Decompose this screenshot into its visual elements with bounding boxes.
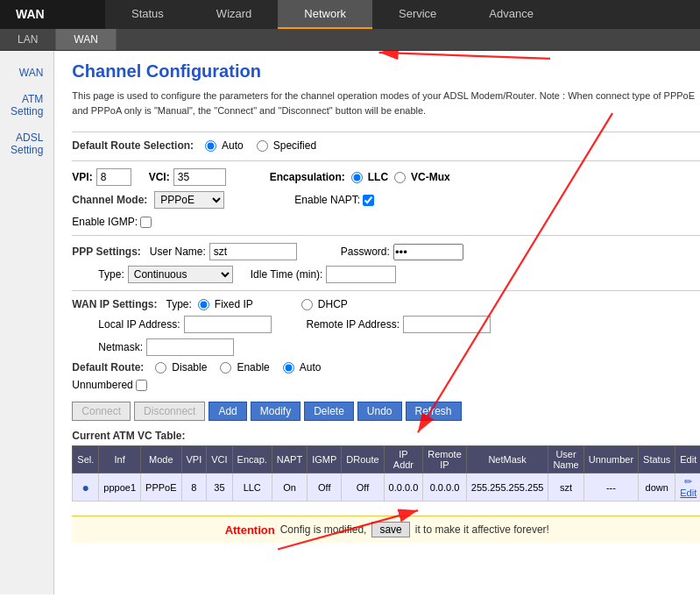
- vci-label: VCI:: [149, 171, 170, 183]
- encap-vcmux-radio[interactable]: [394, 172, 406, 183]
- delete-button[interactable]: Delete: [304, 402, 354, 421]
- ppp-settings-row: PPP Settings: User Name: Password:: [72, 243, 700, 260]
- nav-wizard[interactable]: Wizard: [190, 0, 278, 29]
- local-ip-input[interactable]: [184, 316, 272, 333]
- dr2-enable-text: Enable: [237, 361, 269, 374]
- wan-dhcp-label[interactable]: DHCP: [299, 298, 348, 310]
- ppp-type-label: Type:: [98, 268, 124, 281]
- row-username: szt: [548, 473, 583, 502]
- table-header-row: Sel. Inf Mode VPI VCI Encap. NAPT IGMP D…: [73, 446, 700, 473]
- default-route-label: Default Route Selection:: [72, 139, 194, 152]
- enable-napt-label: Enable NAPT:: [294, 194, 360, 206]
- default-route-auto-label[interactable]: Auto: [202, 139, 244, 152]
- encapsulation-label: Encapsulation:: [270, 171, 345, 183]
- th-remoteip: Remote IP: [423, 446, 467, 473]
- dr2-disable-radio[interactable]: [155, 362, 166, 374]
- netmask-label: Netmask:: [98, 341, 143, 353]
- idle-time-input[interactable]: [326, 266, 396, 283]
- th-status: Status: [639, 446, 675, 473]
- encap-vcmux-label[interactable]: VC-Mux: [392, 171, 450, 183]
- modify-button[interactable]: Modify: [251, 402, 301, 421]
- vpi-field: VPI: 8: [72, 168, 131, 186]
- table-section: Current ATM VC Table: Sel. Inf Mode VPI …: [72, 430, 700, 502]
- default-route-row: Default Route Selection: Auto Specified: [72, 139, 700, 152]
- encap-llc-radio[interactable]: [351, 172, 363, 183]
- encap-llc-label[interactable]: LLC: [349, 171, 388, 183]
- th-vci: VCI: [207, 446, 232, 473]
- vpi-label: VPI:: [72, 171, 92, 183]
- attention-bar: Attention Config is modified, save it to…: [72, 516, 700, 543]
- ppp-type-row: Type: Continuous Connect on Demand Manua…: [72, 266, 700, 283]
- nav-items: Status Wizard Network Service Advance: [105, 0, 700, 29]
- sub-lan[interactable]: LAN: [0, 29, 56, 50]
- dr2-enable-radio[interactable]: [220, 362, 231, 374]
- nav-network[interactable]: Network: [278, 0, 372, 29]
- encap-llc-text: LLC: [368, 171, 388, 183]
- vci-field: VCI: 35: [149, 168, 226, 186]
- vci-input[interactable]: 35: [173, 168, 226, 186]
- password-label: Password:: [341, 246, 390, 258]
- nav-status[interactable]: Status: [105, 0, 190, 29]
- divider-1: [72, 132, 700, 132]
- add-button[interactable]: Add: [209, 402, 246, 421]
- th-encap: Encap.: [232, 446, 272, 473]
- username-input[interactable]: [209, 243, 297, 260]
- ppp-type-select[interactable]: Continuous Connect on Demand Manual: [128, 266, 233, 283]
- sub-wan[interactable]: WAN: [56, 29, 117, 50]
- th-mode: Mode: [141, 446, 181, 473]
- unnumbered-checkbox[interactable]: [136, 380, 147, 391]
- nav-service[interactable]: Service: [372, 0, 463, 29]
- nav-advance[interactable]: Advance: [463, 0, 560, 29]
- sidebar-wan[interactable]: WAN: [0, 60, 53, 86]
- th-inf: Inf: [99, 446, 141, 473]
- connect-button[interactable]: Connect: [72, 402, 131, 421]
- channel-mode-select[interactable]: PPPoE PPPoA IPoE IPoA Bridge: [154, 191, 224, 209]
- ppp-settings-label: PPP Settings:: [72, 246, 140, 258]
- username-label: User Name:: [150, 246, 206, 258]
- sidebar-adsl[interactable]: ADSL Setting: [0, 125, 53, 163]
- enable-igmp-checkbox[interactable]: [140, 217, 152, 228]
- password-input[interactable]: [393, 244, 463, 260]
- row-vpi: 8: [181, 473, 207, 502]
- dr2-auto-radio[interactable]: [283, 362, 294, 374]
- wan-netmask-row: Netmask:: [72, 338, 700, 356]
- row-edit[interactable]: ✏ Edit: [675, 473, 700, 502]
- channel-mode-row: Channel Mode: PPPoE PPPoA IPoE IPoA Brid…: [72, 191, 700, 209]
- th-netmask: NetMask: [466, 446, 548, 473]
- row-ipaddr: 0.0.0.0: [384, 473, 423, 502]
- vpi-input[interactable]: 8: [96, 168, 131, 186]
- remote-ip-input[interactable]: [403, 316, 491, 333]
- default-route2-row: Default Route: Disable Enable Auto: [72, 361, 700, 374]
- brand-label: WAN: [0, 0, 105, 29]
- divider-4: [72, 290, 700, 291]
- refresh-button[interactable]: Refresh: [406, 402, 462, 421]
- enable-napt-checkbox[interactable]: [363, 195, 374, 206]
- wan-fixed-ip-label[interactable]: Fixed IP: [195, 298, 253, 310]
- table-row[interactable]: ● pppoe1 PPPoE 8 35 LLC On Off Off 0.0.0…: [73, 473, 700, 502]
- vpi-row: VPI: 8 VCI: 35 Encapsulation: LLC VC-Mux: [72, 168, 700, 186]
- button-row: Connect Disconnect Add Modify Delete Und…: [72, 402, 700, 421]
- dr2-disable-label[interactable]: Disable: [152, 361, 207, 374]
- netmask-input[interactable]: [146, 338, 234, 356]
- dr2-enable-label[interactable]: Enable: [217, 361, 269, 374]
- wan-fixed-ip-radio[interactable]: [198, 299, 209, 310]
- default-route-specified-radio[interactable]: [257, 140, 268, 152]
- default-route-auto-radio[interactable]: [205, 140, 216, 152]
- disconnect-button[interactable]: Disconnect: [134, 402, 205, 421]
- wan-ip-addr-row: Local IP Address: Remote IP Address:: [72, 316, 700, 333]
- default-route-auto-text: Auto: [222, 139, 244, 152]
- edit-link[interactable]: Edit: [680, 487, 696, 498]
- remote-ip-label: Remote IP Address:: [307, 318, 400, 331]
- local-ip-label: Local IP Address:: [98, 318, 180, 331]
- undo-button[interactable]: Undo: [357, 402, 402, 421]
- wan-dhcp-radio[interactable]: [301, 299, 313, 310]
- th-sel: Sel.: [73, 446, 99, 473]
- sidebar-atm[interactable]: ATM Setting: [0, 86, 53, 125]
- th-edit: Edit: [675, 446, 700, 473]
- default-route-specified-label[interactable]: Specified: [254, 139, 316, 152]
- edit-icon[interactable]: ✏: [684, 476, 692, 487]
- sidebar: WAN ATM Setting ADSL Setting: [0, 51, 54, 594]
- attention-save-button[interactable]: save: [371, 522, 409, 537]
- th-vpi: VPI: [181, 446, 207, 473]
- dr2-auto-label[interactable]: Auto: [280, 361, 322, 374]
